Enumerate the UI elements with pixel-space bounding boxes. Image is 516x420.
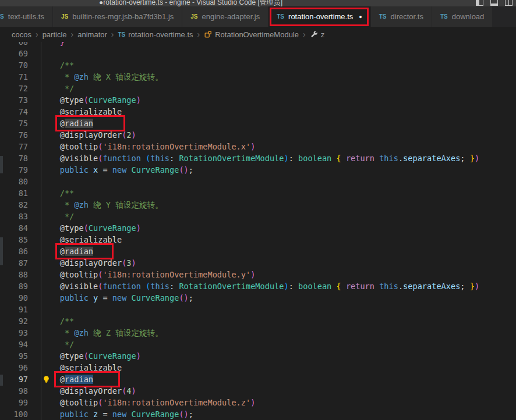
code-token: new: [112, 293, 127, 302]
split-editor-icon[interactable]: [476, 0, 483, 6]
line-number[interactable]: 69: [0, 48, 28, 59]
line-number[interactable]: 91: [0, 304, 28, 315]
code-line-74[interactable]: 74 @serializable: [0, 106, 516, 118]
code-token: new: [112, 410, 127, 419]
line-number[interactable]: 95: [0, 350, 28, 362]
code-line-93[interactable]: 93 * @zh 绕 Z 轴设定旋转。: [0, 327, 516, 339]
breadcrumb-item-RotationOvertimeModule[interactable]: RotationOvertimeModule: [204, 30, 299, 39]
code-token: *: [41, 328, 74, 337]
code-line-78[interactable]: 78 @visible(function (this: RotationOver…: [0, 152, 516, 164]
line-number[interactable]: 78: [0, 152, 28, 164]
line-number[interactable]: 98: [0, 385, 28, 397]
code-line-73[interactable]: 73 @type(CurveRange): [0, 94, 516, 106]
line-number[interactable]: 72: [0, 83, 28, 94]
line-number[interactable]: 97: [0, 373, 28, 385]
breadcrumb-item-animator[interactable]: animator: [77, 30, 107, 39]
line-number[interactable]: 82: [0, 199, 28, 211]
lightbulb-icon[interactable]: [42, 375, 51, 384]
code-line-100[interactable]: 100 public z = new CurveRange();: [0, 408, 516, 420]
line-number[interactable]: 68: [0, 42, 28, 48]
toggle-panel-icon[interactable]: [490, 0, 498, 6]
modified-indicator-icon[interactable]: ●: [359, 14, 362, 20]
code-token: 绕 Y 轴设定旋转。: [89, 200, 163, 209]
line-number[interactable]: 75: [0, 118, 28, 129]
line-number[interactable]: 85: [0, 234, 28, 245]
breadcrumb-item-rotation-overtime.ts[interactable]: TSrotation-overtime.ts: [118, 30, 193, 39]
tab-download[interactable]: TSdownload: [432, 6, 493, 27]
customize-layout-icon[interactable]: [505, 0, 513, 6]
code-line-88[interactable]: 88 @tooltip('i18n:rotationOvertimeModule…: [0, 269, 516, 280]
code-line-98[interactable]: 98 @displayOrder(4): [0, 385, 516, 397]
code-line-86[interactable]: 86 @radian: [0, 245, 516, 257]
line-number[interactable]: 71: [0, 71, 28, 83]
code-token: [126, 410, 131, 419]
tab-builtin-res-mgr.jsb-ba7fd3b1.js[interactable]: JSbuiltin-res-mgr.jsb-ba7fd3b1.js: [53, 6, 182, 27]
code-line-89[interactable]: 89 @visible(function (this: RotationOver…: [0, 280, 516, 292]
code-line-81[interactable]: 81 /**: [0, 187, 516, 199]
code-line-97[interactable]: 97 @radian: [0, 373, 516, 385]
line-number[interactable]: 96: [0, 362, 28, 373]
line-number[interactable]: 74: [0, 106, 28, 118]
line-number[interactable]: 86: [0, 245, 28, 257]
code-line-95[interactable]: 95 @type(CurveRange): [0, 350, 516, 362]
line-number[interactable]: 99: [0, 397, 28, 408]
code-line-80[interactable]: 80: [0, 176, 516, 187]
code-token: @: [41, 247, 65, 256]
line-number[interactable]: 84: [0, 222, 28, 234]
line-number[interactable]: 81: [0, 187, 28, 199]
code-line-83[interactable]: 83 */: [0, 211, 516, 222]
code-token: ): [250, 142, 255, 151]
code-line-70[interactable]: 70 /**: [0, 59, 516, 71]
code-line-99[interactable]: 99 @tooltip('i18n:rotationOvertimeModule…: [0, 397, 516, 408]
tab-rotation-overtime.ts[interactable]: TSrotation-overtime.ts●: [268, 6, 370, 27]
line-number[interactable]: 80: [0, 176, 28, 187]
line-number[interactable]: 79: [0, 164, 28, 176]
code-line-76[interactable]: 76 @displayOrder(2): [0, 129, 516, 141]
code-text: * @zh 绕 Z 轴设定旋转。: [41, 327, 163, 339]
code-line-87[interactable]: 87 @displayOrder(3): [0, 257, 516, 269]
code-line-75[interactable]: 75 @radian: [0, 118, 516, 129]
code-line-94[interactable]: 94 */: [0, 339, 516, 350]
code-line-91[interactable]: 91: [0, 304, 516, 315]
line-number[interactable]: 70: [0, 59, 28, 71]
code-line-90[interactable]: 90 public y = new CurveRange();: [0, 292, 516, 304]
code-token: ): [136, 95, 141, 105]
code-line-69[interactable]: 69: [0, 48, 516, 59]
code-line-79[interactable]: 79 public x = new CurveRange();: [0, 164, 516, 176]
tab-engine-adapter.js[interactable]: JSengine-adapter.js: [182, 6, 268, 27]
code-token: [89, 410, 93, 419]
code-line-71[interactable]: 71 * @zh 绕 X 轴设定旋转。: [0, 71, 516, 83]
line-number[interactable]: 94: [0, 339, 28, 350]
tab-director.ts[interactable]: TSdirector.ts: [371, 6, 432, 27]
breadcrumb: cocos›particle›animator›TSrotation-overt…: [0, 27, 516, 42]
breadcrumb-item-cocos[interactable]: cocos: [12, 30, 31, 39]
line-number[interactable]: 83: [0, 211, 28, 222]
code-line-84[interactable]: 84 @type(CurveRange): [0, 222, 516, 234]
code-line-68[interactable]: 68 }: [0, 42, 516, 48]
line-number[interactable]: 73: [0, 94, 28, 106]
line-number[interactable]: 88: [0, 269, 28, 280]
code-line-92[interactable]: 92 /**: [0, 315, 516, 327]
breadcrumb-item-particle[interactable]: particle: [43, 30, 67, 39]
code-editor[interactable]: 68 }6970 /**71 * @zh 绕 X 轴设定旋转。72 */73 @…: [0, 42, 516, 420]
line-number[interactable]: 89: [0, 280, 28, 292]
code-line-77[interactable]: 77 @tooltip('i18n:rotationOvertimeModule…: [0, 141, 516, 152]
code-line-72[interactable]: 72 */: [0, 83, 516, 94]
line-number[interactable]: 77: [0, 141, 28, 152]
code-line-82[interactable]: 82 * @zh 绕 Y 轴设定旋转。: [0, 199, 516, 211]
line-number[interactable]: 93: [0, 327, 28, 339]
code-token: CurveRange: [89, 95, 136, 105]
line-number[interactable]: 76: [0, 129, 28, 141]
line-number[interactable]: 100: [0, 408, 28, 420]
code-token: [141, 282, 146, 291]
code-line-96[interactable]: 96 @serializable: [0, 362, 516, 373]
code-token: [374, 282, 379, 291]
breadcrumb-item-z[interactable]: z: [310, 30, 325, 39]
tab-text-utils.ts[interactable]: TStext-utils.ts: [0, 6, 53, 27]
code-token: @tooltip: [41, 142, 98, 151]
code-line-85[interactable]: 85 @serializable: [0, 234, 516, 245]
line-number[interactable]: 92: [0, 315, 28, 327]
code-token: @zh: [74, 200, 89, 209]
line-number[interactable]: 90: [0, 292, 28, 304]
line-number[interactable]: 87: [0, 257, 28, 269]
